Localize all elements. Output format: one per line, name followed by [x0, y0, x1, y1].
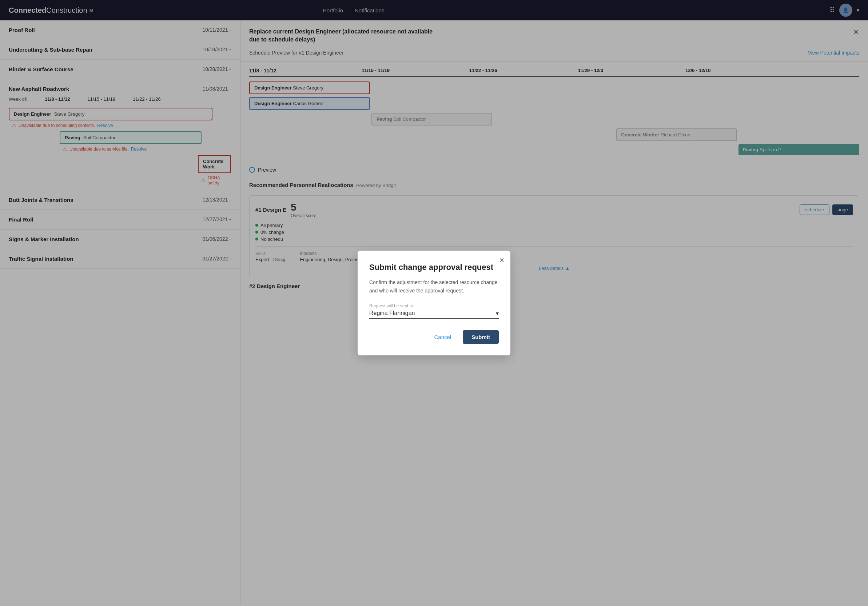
modal-title: Submit change approval request	[369, 262, 499, 273]
recipient-select-wrapper[interactable]: Regina Flannigan ▾	[369, 310, 499, 319]
cancel-button[interactable]: Cancel	[428, 330, 457, 344]
submit-button[interactable]: Submit	[463, 330, 499, 344]
submit-approval-modal: ✕ Submit change approval request Confirm…	[358, 251, 510, 355]
modal-actions: Cancel Submit	[369, 330, 499, 344]
recipient-value: Regina Flannigan	[369, 310, 415, 316]
modal-close-button[interactable]: ✕	[499, 256, 505, 265]
dropdown-arrow-icon: ▾	[496, 310, 499, 317]
modal-field-label: Request will be sent to	[369, 303, 499, 308]
modal-description: Confirm the adjustment for the selected …	[369, 278, 499, 294]
modal-overlay: ✕ Submit change approval request Confirm…	[0, 0, 868, 606]
